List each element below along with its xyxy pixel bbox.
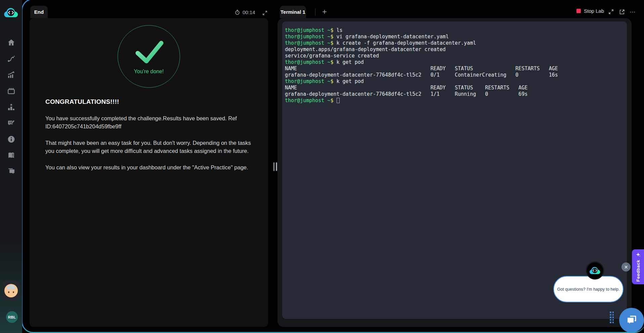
- tab-end[interactable]: End: [30, 6, 48, 18]
- book-icon: [7, 151, 15, 160]
- expand-terminal-icon[interactable]: [608, 9, 614, 15]
- info-paragraph: That might have been an easy task for yo…: [45, 139, 251, 155]
- sidebar-item-progress[interactable]: [0, 67, 22, 83]
- sidebar-item-practice[interactable]: [0, 115, 22, 131]
- sidebar-item-labs[interactable]: [0, 83, 22, 99]
- sidebar-item-support-chat[interactable]: [0, 163, 22, 179]
- message-edit-icon: [7, 119, 15, 127]
- stop-square-icon: [576, 9, 581, 13]
- done-label: You're done!: [118, 69, 180, 75]
- workspace-badge[interactable]: RBL: [6, 311, 18, 323]
- avatar-face-icon: [4, 284, 18, 297]
- route-icon: [7, 54, 15, 63]
- crate-icon: [7, 87, 15, 95]
- leaderboard-icon: [7, 103, 15, 111]
- chat-message-bubble[interactable]: Got questions? I'm happy to help.: [553, 276, 624, 302]
- chat-bot-avatar: [586, 261, 604, 280]
- more-options-button[interactable]: …: [630, 7, 636, 14]
- chat-drag-handle[interactable]: [610, 311, 614, 323]
- sidebar-item-info[interactable]: [0, 131, 22, 147]
- lab-timer: 00:14: [234, 9, 255, 15]
- open-in-new-icon[interactable]: [619, 9, 625, 15]
- done-circle: You're done!: [118, 25, 180, 88]
- sidebar-item-home[interactable]: [0, 34, 22, 50]
- feedback-tab[interactable]: Feedback: [632, 249, 644, 284]
- kodekloud-chat-logo-icon: [589, 266, 601, 275]
- chat-launcher-button[interactable]: [619, 308, 644, 333]
- terminal-output[interactable]: thor@jumphost ~$ lsthor@jumphost ~$ vi g…: [282, 22, 627, 319]
- panel-resize-handle[interactable]: [273, 162, 277, 171]
- expand-left-panel-icon[interactable]: [262, 10, 268, 16]
- add-terminal-button[interactable]: +: [320, 7, 329, 16]
- sidebar-item-docs[interactable]: [0, 147, 22, 163]
- growth-chart-icon: [7, 71, 15, 79]
- result-paragraph: You have successfully completed the chal…: [45, 114, 251, 130]
- sparkle-icon: [636, 252, 641, 257]
- kodekloud-logo-icon[interactable]: [4, 7, 18, 18]
- stopwatch-icon: [234, 9, 240, 15]
- feedback-label: Feedback: [636, 260, 641, 282]
- stop-lab-label: Stop Lab: [584, 8, 604, 14]
- checkmark-icon: [133, 39, 165, 65]
- congratulations-heading: CONGRATULATIONS!!!!: [45, 98, 251, 106]
- chat-message-text: Got questions? I'm happy to help.: [557, 287, 620, 292]
- task-result-panel: You're done! CONGRATULATIONS!!!! You hav…: [30, 18, 268, 327]
- home-icon: [7, 38, 15, 47]
- info-icon: [7, 135, 15, 143]
- user-avatar[interactable]: [2, 281, 20, 301]
- chat-close-button[interactable]: ✕: [621, 262, 631, 272]
- chat-bubbles-icon: [7, 167, 15, 176]
- sidebar-item-leaderboard[interactable]: [0, 99, 22, 115]
- sidebar-item-learning-path[interactable]: [0, 50, 22, 67]
- chat-launcher-icon: [626, 314, 638, 326]
- congratulations-block: CONGRATULATIONS!!!! You have successfull…: [45, 98, 251, 180]
- sidebar: RBL: [0, 0, 22, 333]
- dashboard-paragraph: You can also view your results in your d…: [45, 163, 251, 171]
- timer-value: 00:14: [243, 9, 255, 15]
- tab-terminal-1[interactable]: Terminal 1: [280, 6, 306, 18]
- tab-divider: [315, 8, 315, 15]
- stop-lab-button[interactable]: Stop Lab: [576, 8, 604, 14]
